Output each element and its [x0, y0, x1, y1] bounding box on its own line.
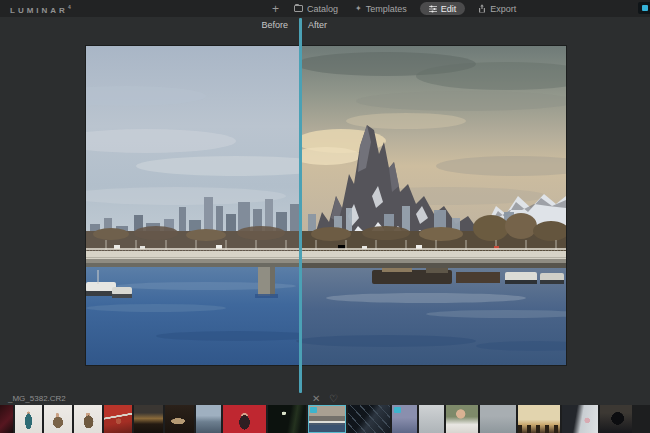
filmstrip-thumb-model-kneel-2[interactable]	[74, 405, 102, 433]
heart-icon[interactable]: ♡	[329, 394, 338, 404]
tab-export-label: Export	[490, 4, 516, 14]
edited-badge-icon	[394, 407, 401, 413]
add-photos-button[interactable]: +	[272, 3, 279, 15]
before-after-image	[86, 46, 566, 365]
edited-badge-icon	[310, 407, 317, 413]
filmstrip-thumb-red-portrait[interactable]	[223, 405, 266, 433]
filmstrip-thumb-blonde-portrait[interactable]	[446, 405, 478, 433]
filmstrip-thumb-red-dress-partial[interactable]	[0, 405, 13, 433]
close-icon[interactable]: ✕	[312, 394, 320, 404]
filmstrip-thumb-red-umbrella[interactable]	[104, 405, 132, 433]
side-panel-toggle-icon[interactable]	[638, 2, 650, 14]
filmstrip-thumb-night-street[interactable]	[268, 405, 306, 433]
filmstrip	[0, 405, 650, 433]
filmstrip-thumb-violet-city[interactable]	[392, 405, 417, 433]
tab-templates-label: Templates	[366, 4, 407, 14]
app-window: LUMINAR4 + Catalog ✦ Templates	[0, 0, 650, 433]
filmstrip-thumb-fog-light[interactable]	[419, 405, 444, 433]
filmstrip-thumb-window-flowers[interactable]	[562, 405, 598, 433]
filmstrip-thumb-dark-silhouette[interactable]	[600, 405, 632, 433]
filename-label: _MG_5382.CR2	[8, 394, 66, 403]
main-nav: + Catalog ✦ Templates	[272, 0, 520, 17]
app-logo: LUMINAR4	[10, 4, 71, 15]
top-toolbar: LUMINAR4 + Catalog ✦ Templates	[0, 0, 650, 17]
photo-canvas	[86, 46, 566, 365]
filmstrip-thumb-sepia-arches[interactable]	[518, 405, 560, 433]
filmstrip-thumb-louvre-night[interactable]	[348, 405, 390, 433]
tab-catalog[interactable]: Catalog	[290, 2, 342, 15]
before-label: Before	[258, 20, 288, 30]
compare-divider[interactable]	[299, 18, 302, 393]
tab-templates[interactable]: ✦ Templates	[351, 2, 411, 15]
tab-edit-label: Edit	[441, 4, 457, 14]
share-icon	[478, 4, 486, 13]
filmstrip-thumb-dark-sunset[interactable]	[134, 405, 163, 433]
filmstrip-thumb-model-kneel-1[interactable]	[44, 405, 72, 433]
app-logo-text: LUMINAR	[10, 6, 68, 15]
wand-icon: ✦	[355, 5, 362, 13]
tab-catalog-label: Catalog	[307, 4, 338, 14]
filmstrip-thumb-model-teal-dress[interactable]	[15, 405, 42, 433]
filmstrip-thumb-tan-animal[interactable]	[165, 405, 194, 433]
filmstrip-thumb-mountain-edit[interactable]	[308, 405, 346, 433]
after-label: After	[308, 20, 327, 30]
filmstrip-thumb-gray-haze[interactable]	[480, 405, 516, 433]
sliders-icon	[429, 5, 437, 13]
folder-icon	[294, 5, 303, 12]
tab-export[interactable]: Export	[474, 2, 520, 15]
app-logo-version: 4	[68, 4, 71, 10]
tab-edit[interactable]: Edit	[420, 2, 466, 15]
filmstrip-thumb-blue-hill-partial[interactable]	[196, 405, 221, 433]
panel-toggle-square	[642, 5, 648, 11]
